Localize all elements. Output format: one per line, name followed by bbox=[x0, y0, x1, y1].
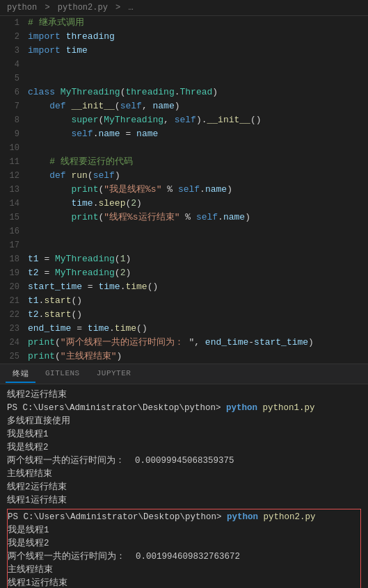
line-number: 22 bbox=[0, 308, 28, 322]
code-line: 9 self.name = name bbox=[0, 127, 368, 141]
terminal-line: 主线程结束 bbox=[8, 564, 360, 577]
terminal-line: 线程2运行结束 bbox=[7, 389, 361, 402]
line-number: 7 bbox=[0, 99, 28, 113]
line-number: 14 bbox=[0, 197, 28, 211]
terminal-line: 我是线程1 bbox=[7, 428, 361, 441]
terminal-line: 两个线程一共的运行时间为： 0.001994609832763672 bbox=[8, 550, 360, 564]
code-line: 22t2.start() bbox=[0, 308, 368, 322]
code-line: 3import time bbox=[0, 44, 368, 58]
line-content: class MyThreading(threading.Thread) bbox=[28, 85, 368, 99]
terminal-tab-jupyter[interactable]: JUPYTER bbox=[90, 366, 138, 382]
line-number: 12 bbox=[0, 169, 28, 183]
terminal-line: 多线程直接使用 bbox=[7, 415, 361, 428]
line-content: def __init__(self, name) bbox=[28, 99, 368, 113]
terminal-line: 线程1运行结束 bbox=[7, 494, 361, 507]
line-content: print("线程%s运行结束" % self.name) bbox=[28, 211, 368, 224]
code-line: 24print("两个线程一共的运行时间为： ", end_time-start… bbox=[0, 336, 368, 350]
code-line: 15 print("线程%s运行结束" % self.name) bbox=[0, 211, 368, 224]
code-line: 18t1 = MyThreading(1) bbox=[0, 252, 368, 266]
line-number: 20 bbox=[0, 280, 28, 294]
code-line: 25print("主线程结束") bbox=[0, 350, 368, 364]
line-number: 25 bbox=[0, 350, 28, 364]
breadcrumb-file: python2.py bbox=[58, 3, 108, 13]
terminal-tab-gitlens[interactable]: GITLENS bbox=[38, 366, 87, 382]
line-content: import time bbox=[28, 44, 368, 58]
line-number: 5 bbox=[0, 72, 28, 85]
breadcrumb-ellipsis: … bbox=[128, 3, 133, 13]
terminal-line: PS C:\Users\Administrator\Desktop\python… bbox=[8, 511, 360, 524]
code-line: 12 def run(self) bbox=[0, 169, 368, 183]
line-content: super(MyThreading, self).__init__() bbox=[28, 113, 368, 127]
line-content bbox=[28, 224, 368, 238]
highlighted-terminal-block: PS C:\Users\Administrator\Desktop\python… bbox=[7, 509, 361, 588]
line-number: 10 bbox=[0, 141, 28, 155]
line-number: 6 bbox=[0, 85, 28, 99]
line-number: 8 bbox=[0, 113, 28, 127]
code-line: 21t1.start() bbox=[0, 294, 368, 308]
line-content: # 线程要运行的代码 bbox=[28, 155, 368, 169]
code-line: 16 bbox=[0, 224, 368, 238]
line-content bbox=[28, 238, 368, 252]
line-content: import threading bbox=[28, 30, 368, 44]
code-line: 20start_time = time.time() bbox=[0, 280, 368, 294]
terminal-line: 我是线程1 bbox=[8, 524, 360, 537]
code-editor: 1# 继承式调用2import threading3import time4 5… bbox=[0, 16, 368, 364]
code-line: 8 super(MyThreading, self).__init__() bbox=[0, 113, 368, 127]
line-content: time.sleep(2) bbox=[28, 197, 368, 211]
line-number: 13 bbox=[0, 183, 28, 197]
line-content: t2 = MyThreading(2) bbox=[28, 266, 368, 280]
line-number: 4 bbox=[0, 58, 28, 72]
terminal-line: 我是线程2 bbox=[8, 537, 360, 550]
code-line: 14 time.sleep(2) bbox=[0, 197, 368, 211]
line-number: 11 bbox=[0, 155, 28, 169]
line-content: print("主线程结束") bbox=[28, 350, 368, 364]
code-line: 2import threading bbox=[0, 30, 368, 44]
line-content bbox=[28, 141, 368, 155]
code-line: 4 bbox=[0, 58, 368, 72]
breadcrumb: python > python2.py > … bbox=[0, 0, 368, 16]
line-number: 2 bbox=[0, 30, 28, 44]
terminal-line: 线程2运行结束 bbox=[7, 481, 361, 494]
line-content: print("两个线程一共的运行时间为： ", end_time-start_t… bbox=[28, 336, 368, 350]
line-number: 16 bbox=[0, 224, 28, 238]
terminal-line: 两个线程一共的运行时间为： 0.00099945068359375 bbox=[7, 455, 361, 468]
line-content bbox=[28, 58, 368, 72]
line-content: t1.start() bbox=[28, 294, 368, 308]
line-number: 17 bbox=[0, 238, 28, 252]
line-number: 19 bbox=[0, 266, 28, 280]
terminal-line: 线程1运行结束 bbox=[8, 577, 360, 588]
line-content: # 继承式调用 bbox=[28, 16, 368, 30]
terminal-line: 我是线程2 bbox=[7, 441, 361, 455]
line-number: 1 bbox=[0, 16, 28, 30]
code-line: 23end_time = time.time() bbox=[0, 322, 368, 336]
code-line: 19t2 = MyThreading(2) bbox=[0, 266, 368, 280]
code-line: 5 bbox=[0, 72, 368, 85]
code-line: 17 bbox=[0, 238, 368, 252]
line-content: end_time = time.time() bbox=[28, 322, 368, 336]
code-line: 6class MyThreading(threading.Thread) bbox=[0, 85, 368, 99]
code-line: 10 bbox=[0, 141, 368, 155]
code-line: 13 print("我是线程%s" % self.name) bbox=[0, 183, 368, 197]
line-number: 15 bbox=[0, 211, 28, 224]
line-number: 9 bbox=[0, 127, 28, 141]
code-line: 7 def __init__(self, name) bbox=[0, 99, 368, 113]
terminal-tabs: 终端GITLENSJUPYTER bbox=[0, 364, 368, 384]
code-line: 11 # 线程要运行的代码 bbox=[0, 155, 368, 169]
line-number: 3 bbox=[0, 44, 28, 58]
line-number: 23 bbox=[0, 322, 28, 336]
line-content: t1 = MyThreading(1) bbox=[28, 252, 368, 266]
breadcrumb-python: python bbox=[7, 3, 37, 13]
code-line: 1# 继承式调用 bbox=[0, 16, 368, 30]
line-number: 18 bbox=[0, 252, 28, 266]
terminal-line: PS C:\Users\Administrator\Desktop\python… bbox=[7, 402, 361, 415]
line-number: 21 bbox=[0, 294, 28, 308]
terminal: 线程2运行结束PS C:\Users\Administrator\Desktop… bbox=[0, 384, 368, 588]
line-content: start_time = time.time() bbox=[28, 280, 368, 294]
line-content: self.name = name bbox=[28, 127, 368, 141]
line-content bbox=[28, 72, 368, 85]
line-content: t2.start() bbox=[28, 308, 368, 322]
line-content: def run(self) bbox=[28, 169, 368, 183]
line-number: 24 bbox=[0, 336, 28, 350]
terminal-tab-终端[interactable]: 终端 bbox=[6, 366, 35, 383]
line-content: print("我是线程%s" % self.name) bbox=[28, 183, 368, 197]
